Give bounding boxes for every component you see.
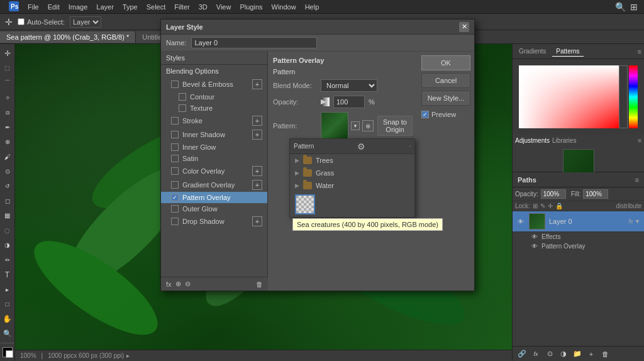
style-contour[interactable]: Contour [161, 91, 267, 103]
style-checkbox-inner-shadow[interactable] [171, 131, 179, 138]
style-stroke[interactable]: Stroke + [161, 114, 267, 128]
style-checkbox-inner-glow[interactable] [171, 143, 179, 151]
style-satin[interactable]: Satin [161, 153, 267, 164]
arrange-icon[interactable]: ⊞ [629, 2, 639, 12]
bg-color[interactable] [6, 350, 13, 358]
pattern-folder-grass[interactable]: ▶ Grass [290, 167, 414, 179]
style-drop-shadow[interactable]: Drop Shadow + [161, 214, 267, 228]
pattern-overlay-eye-icon[interactable]: 👁 [531, 243, 538, 250]
opacity-slider-icon[interactable]: ▶ [321, 97, 330, 106]
style-add-inner-shadow[interactable]: + [252, 130, 262, 140]
menu-layer[interactable]: Layer [92, 2, 118, 12]
text-tool[interactable]: T [1, 268, 14, 281]
delete-style-icon[interactable]: 🗑 [256, 280, 263, 288]
snap-to-origin-button[interactable]: Snap to Origin [377, 116, 413, 136]
fx-icon[interactable]: fx [530, 348, 541, 360]
effects-eye-icon[interactable]: 👁 [531, 233, 538, 240]
spot-heal-tool[interactable]: ⊕ [1, 135, 14, 148]
menu-filter[interactable]: Filter [170, 2, 193, 12]
pattern-dropdown-arrow[interactable]: ▼ [351, 121, 360, 130]
opacity-value-input[interactable] [333, 96, 365, 108]
blending-options-item[interactable]: Blending Options [161, 65, 267, 77]
pattern-gear-icon[interactable]: ⚙ [355, 140, 368, 153]
brush-tool[interactable]: 🖌 [1, 150, 14, 163]
lock-all-icon[interactable]: 🔒 [555, 203, 563, 209]
style-color-overlay[interactable]: Color Overlay + [161, 164, 267, 178]
style-add-gradient-overlay[interactable]: + [252, 180, 262, 190]
history-brush[interactable]: ↺ [1, 179, 14, 192]
menu-plugins[interactable]: Plugins [236, 2, 266, 12]
color-gradient-picker[interactable] [519, 65, 619, 128]
eraser-tool[interactable]: ◻ [1, 194, 14, 208]
lasso-tool[interactable]: ⌒ [1, 76, 14, 89]
layers-menu-icon[interactable]: ≡ [635, 176, 639, 184]
auto-select-dropdown[interactable]: Layer [70, 16, 101, 28]
cancel-button[interactable]: Cancel [421, 73, 470, 88]
pen-tool[interactable]: ✏ [1, 253, 14, 267]
pattern-folder-trees[interactable]: ▶ Trees [290, 154, 414, 167]
style-checkbox-pattern-overlay[interactable]: ✓ [171, 194, 179, 201]
pattern-new-icon[interactable]: ⊕ [362, 120, 374, 131]
menu-window[interactable]: Window [268, 2, 300, 12]
auto-select-checkbox[interactable] [18, 18, 25, 25]
color-spectrum-slider[interactable] [629, 65, 638, 128]
style-checkbox-color-overlay[interactable] [171, 167, 179, 175]
pattern-preview-btn[interactable] [321, 112, 348, 140]
lock-px-icon[interactable]: ⊞ [533, 203, 538, 209]
fx-bottom-icon[interactable]: fx [166, 280, 172, 288]
zoom-tool[interactable]: 🔍 [1, 327, 14, 340]
opacity-input[interactable] [541, 189, 566, 199]
style-gradient-overlay[interactable]: Gradient Overlay + [161, 178, 267, 192]
blend-mode-select[interactable]: Normal [321, 79, 377, 92]
gradient-tool[interactable]: ▦ [1, 209, 14, 222]
style-inner-shadow[interactable]: Inner Shadow + [161, 128, 267, 142]
style-checkbox-contour[interactable] [179, 93, 186, 101]
ok-button[interactable]: OK [421, 55, 470, 70]
style-checkbox-gradient-overlay[interactable] [171, 181, 179, 189]
menu-help[interactable]: Help [301, 2, 323, 12]
select-tool[interactable]: ⬚ [1, 61, 14, 74]
hand-tool[interactable]: ✋ [1, 312, 14, 325]
fill-input[interactable] [583, 189, 608, 199]
menu-image[interactable]: Image [65, 2, 92, 12]
layer-item-layer0[interactable]: 👁 Layer 0 fx ▼ [513, 211, 644, 232]
menu-view[interactable]: View [213, 2, 235, 12]
shape-tool[interactable]: □ [1, 297, 14, 311]
style-inner-glow[interactable]: Inner Glow [161, 142, 267, 153]
style-add-color-overlay[interactable]: + [252, 166, 262, 176]
tab-libraries[interactable]: Libraries [552, 137, 576, 144]
blur-tool[interactable]: ◌ [1, 224, 14, 237]
dodge-tool[interactable]: ◑ [1, 238, 14, 252]
dialog-close-button[interactable]: ✕ [459, 22, 469, 32]
menu-ps[interactable]: Ps [5, 0, 23, 14]
folder-icon[interactable]: 📁 [572, 348, 583, 360]
menu-type[interactable]: Type [119, 2, 142, 12]
menu-file[interactable]: File [24, 2, 43, 12]
style-pattern-overlay[interactable]: ✓ Pattern Overlay [161, 192, 267, 203]
style-add-drop-shadow[interactable]: + [252, 216, 262, 226]
panels-menu-icon[interactable]: ≡ [638, 48, 641, 55]
magic-wand-tool[interactable]: ✧ [1, 91, 14, 104]
layer-name-input[interactable] [191, 37, 317, 48]
layer-visibility-icon[interactable]: 👁 [516, 217, 525, 226]
style-outer-glow[interactable]: Outer Glow [161, 203, 267, 214]
style-add-bevel[interactable]: + [252, 79, 262, 89]
delete-layer-icon[interactable]: 🗑 [599, 348, 611, 360]
styles-paste-icon[interactable]: ⊖ [185, 280, 191, 288]
style-checkbox-bevel[interactable] [171, 81, 179, 88]
tab-patterns[interactable]: Patterns [552, 47, 583, 57]
style-checkbox-stroke[interactable] [171, 117, 179, 125]
opacity-spectrum[interactable] [619, 65, 628, 128]
style-checkbox-satin[interactable] [171, 155, 179, 162]
tab-gradients[interactable]: Gradients [515, 47, 550, 56]
new-layer-icon[interactable]: + [586, 348, 597, 360]
style-checkbox-texture[interactable] [179, 104, 186, 112]
search-icon[interactable]: 🔍 [615, 2, 625, 12]
tab-adjustments[interactable]: Adjustments [515, 137, 550, 144]
link-layers-icon[interactable]: 🔗 [516, 348, 528, 360]
adj-menu-icon[interactable]: ≡ [638, 137, 641, 144]
menu-edit[interactable]: Edit [44, 2, 64, 12]
preview-checkbox[interactable]: ✓ [421, 111, 429, 118]
clone-tool[interactable]: ⊙ [1, 165, 14, 178]
eyedropper-tool[interactable]: ✒ [1, 120, 14, 133]
